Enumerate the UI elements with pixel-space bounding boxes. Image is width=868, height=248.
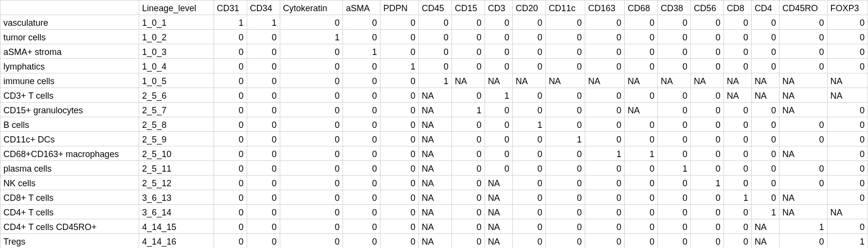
cell-value: 0 [545,146,585,161]
cell-value: 0 [751,44,779,59]
cell-value: 0 [624,219,657,234]
cell-value: NA [585,73,624,88]
cell-value: 0 [247,88,280,103]
row-label: vasculature [0,15,139,30]
cell-value: 0 [485,103,512,117]
row-lineage: 2_5_10 [139,146,214,161]
cell-value: 0 [485,30,512,44]
cell-value: NA [751,88,779,103]
cell-value: 0 [690,132,723,146]
cell-value: 0 [512,176,545,190]
cell-value: 0 [452,190,485,205]
cell-value: 0 [512,59,545,73]
table-row: immune cells1_0_5000001NANANANANANANANAN… [0,73,868,88]
cell-value: 0 [380,176,418,190]
cell-value: 0 [452,176,485,190]
cell-value: 0 [452,117,485,132]
row-label: tumor cells [0,30,139,44]
cell-value: 0 [723,15,751,30]
cell-value: NA [485,205,512,219]
cell-value: NA [418,117,452,132]
cell-value: 0 [779,15,827,30]
cell-value: 0 [485,132,512,146]
cell-value: NA [779,103,827,117]
cell-value: NA [418,205,452,219]
cell-value: 0 [343,15,380,30]
cell-value: 0 [585,161,624,176]
cell-value: 0 [343,30,380,44]
cell-value: 0 [343,117,380,132]
cell-value: 1 [247,15,280,30]
cell-value: 0 [280,205,343,219]
cell-value: NA [418,161,452,176]
cell-value: NA [827,205,868,219]
cell-value: NA [418,132,452,146]
cell-value: 0 [280,88,343,103]
cell-value: NA [751,73,779,88]
cell-value: 0 [247,219,280,234]
cell-value: NA [751,234,779,248]
cell-value: 0 [380,234,418,248]
cell-value: 0 [545,190,585,205]
col-header-cd3: CD3 [485,0,512,15]
cell-value: 0 [247,73,280,88]
row-label: CD4+ T cells [0,205,139,219]
cell-value: 0 [280,103,343,117]
col-header-cd11c: CD11c [545,0,585,15]
cell-value: 0 [214,73,247,88]
cell-value: 0 [280,117,343,132]
cell-value: 0 [723,146,751,161]
cell-value: 0 [827,190,868,205]
cell-value: 0 [657,176,690,190]
table-row: B cells2_5_800000NA001000000000 [0,117,868,132]
cell-value: 0 [418,30,452,44]
cell-value: 0 [751,15,779,30]
cell-value: 0 [485,44,512,59]
row-label: CD15+ granulocytes [0,103,139,117]
cell-value: 0 [214,190,247,205]
cell-value: 0 [585,176,624,190]
cell-value: 0 [452,44,485,59]
row-label: aSMA+ stroma [0,44,139,59]
cell-value: 0 [624,59,657,73]
cell-value: 0 [214,30,247,44]
cell-value: NA [779,73,827,88]
cell-value: 0 [690,219,723,234]
row-label: CD3+ T cells [0,88,139,103]
table-row: vasculature1_0_1110000000000000000 [0,15,868,30]
cell-value: 0 [280,146,343,161]
cell-value: 0 [545,219,585,234]
col-header-cd38: CD38 [657,0,690,15]
cell-value: 0 [585,44,624,59]
cell-value: 0 [657,88,690,103]
cell-value: 0 [723,59,751,73]
cell-value: 0 [723,161,751,176]
cell-value: NA [779,190,827,205]
cell-value: 1 [585,146,624,161]
cell-value: 0 [827,176,868,190]
cell-value: 0 [512,190,545,205]
cell-value: 0 [380,73,418,88]
cell-value: 0 [690,88,723,103]
cell-value: 0 [512,132,545,146]
col-header-cd45: CD45 [418,0,452,15]
row-label: plasma cells [0,161,139,176]
col-header-pdpn: PDPN [380,0,418,15]
cell-value: 0 [214,59,247,73]
cell-value: 0 [247,132,280,146]
cell-value: NA [418,88,452,103]
cell-value: 0 [247,103,280,117]
cell-value: NA [723,73,751,88]
cell-value: 0 [280,132,343,146]
table-row: plasma cells2_5_1100000NA000000100000 [0,161,868,176]
cell-value: NA [827,88,868,103]
cell-value: 0 [280,15,343,30]
col-header-asma: aSMA [343,0,380,15]
cell-value: 0 [545,234,585,248]
table-row: tumor cells1_0_2001000000000000000 [0,30,868,44]
cell-value: 0 [380,205,418,219]
cell-value: NA [485,219,512,234]
cell-value: 0 [657,59,690,73]
row-lineage: 1_0_3 [139,44,214,59]
cell-value: NA [624,73,657,88]
